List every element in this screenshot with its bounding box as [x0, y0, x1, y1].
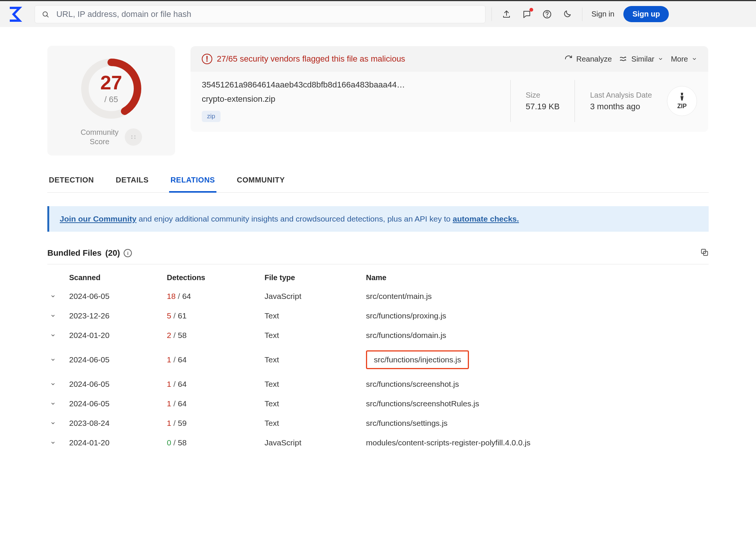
tab-details[interactable]: DETAILS	[114, 176, 150, 192]
file-path: src/functions/domain.js	[366, 331, 446, 339]
file-path: src/functions/proxing.js	[366, 311, 446, 320]
section-count: (20)	[105, 248, 120, 258]
search-icon	[40, 9, 51, 20]
score-denominator: / 65	[104, 95, 118, 104]
filetype-cell: JavaScript	[262, 433, 363, 452]
expand-chevron-icon[interactable]	[47, 413, 66, 433]
section-title-text: Bundled Files	[47, 248, 101, 258]
table-row[interactable]: 2024-06-05 1 / 64 Text src/functions/scr…	[47, 394, 709, 413]
scanned-date: 2023-12-26	[66, 306, 164, 326]
reanalyze-button[interactable]: Reanalyze	[564, 55, 612, 63]
file-tag[interactable]: zip	[202, 111, 221, 122]
expand-chevron-icon[interactable]	[47, 326, 66, 345]
col-name: Name	[363, 267, 709, 287]
divider	[582, 8, 582, 21]
detections-cell: 5 / 61	[164, 306, 262, 326]
info-header: ! 27/65 security vendors flagged this fi…	[191, 46, 708, 72]
community-score-toggle[interactable]	[125, 128, 142, 146]
bundled-files-table: Scanned Detections File type Name 2024-0…	[47, 267, 709, 452]
file-ident: 35451261a9864614aaeb43cd8bfb8d166a483baa…	[202, 80, 495, 122]
col-filetype: File type	[262, 267, 363, 287]
expand-chevron-icon[interactable]	[47, 345, 66, 374]
file-hash: 35451261a9864614aaeb43cd8bfb8d166a483baa…	[202, 80, 495, 90]
col-scanned: Scanned	[66, 267, 164, 287]
info-icon[interactable]: i	[124, 249, 132, 257]
svg-rect-12	[681, 95, 683, 95]
copy-icon[interactable]	[700, 248, 709, 258]
file-size: Size 57.19 KB	[526, 91, 560, 112]
filetype-cell: Text	[262, 413, 363, 433]
alert-icon: !	[202, 54, 212, 64]
file-name: crypto-extension.zip	[202, 94, 495, 104]
table-row[interactable]: 2024-01-20 2 / 58 Text src/functions/dom…	[47, 326, 709, 345]
search-input[interactable]	[56, 9, 480, 19]
scanned-date: 2023-08-24	[66, 413, 164, 433]
tab-community[interactable]: COMMUNITY	[235, 176, 286, 192]
scanned-date: 2024-06-05	[66, 287, 164, 306]
filetype-cell: Text	[262, 394, 363, 413]
last-analysis: Last Analysis Date 3 months ago	[590, 91, 652, 112]
score-ring: 27 / 65	[77, 55, 145, 122]
detections-cell: 1 / 64	[164, 374, 262, 394]
similar-button[interactable]: Similar	[619, 55, 663, 63]
community-banner: Join our Community and enjoy additional …	[47, 206, 709, 232]
table-row[interactable]: 2023-08-24 1 / 59 Text src/functions/set…	[47, 413, 709, 433]
signin-link[interactable]: Sign in	[591, 10, 614, 18]
svg-point-8	[134, 136, 135, 137]
detections-cell: 2 / 58	[164, 326, 262, 345]
detections-cell: 1 / 64	[164, 345, 262, 374]
tab-detection[interactable]: DETECTION	[47, 176, 95, 192]
tab-relations[interactable]: RELATIONS	[169, 176, 217, 193]
message-icon[interactable]	[521, 9, 532, 20]
file-path: src/content/main.js	[366, 292, 432, 300]
table-row[interactable]: 2024-06-05 1 / 64 Text src/functions/inj…	[47, 345, 709, 374]
divider	[510, 80, 511, 122]
table-row[interactable]: 2024-01-20 0 / 58 JavaScript modules/con…	[47, 433, 709, 452]
topbar: Sign in Sign up	[0, 0, 756, 27]
scanned-date: 2024-06-05	[66, 374, 164, 394]
bundled-files-header: Bundled Files (20) i	[47, 248, 709, 264]
filetype-cell: JavaScript	[262, 287, 363, 306]
expand-chevron-icon[interactable]	[47, 394, 66, 413]
signup-button[interactable]: Sign up	[623, 6, 669, 22]
more-button[interactable]: More	[671, 55, 697, 63]
file-path: src/functions/injections.js	[366, 350, 469, 369]
detections-cell: 1 / 59	[164, 413, 262, 433]
filetype-cell: Text	[262, 345, 363, 374]
summary-row: 27 / 65 CommunityScore ! 27/65 security …	[47, 46, 709, 155]
expand-chevron-icon[interactable]	[47, 287, 66, 306]
table-row[interactable]: 2023-12-26 5 / 61 Text src/functions/pro…	[47, 306, 709, 326]
filetype-badge: ZIP	[667, 86, 697, 116]
score-numerator: 27	[100, 73, 122, 92]
table-row[interactable]: 2024-06-05 1 / 64 Text src/functions/scr…	[47, 374, 709, 394]
search-box[interactable]	[35, 5, 485, 23]
logo[interactable]	[7, 5, 29, 23]
divider	[491, 8, 492, 21]
expand-chevron-icon[interactable]	[47, 433, 66, 452]
upload-icon[interactable]	[501, 9, 512, 20]
svg-point-9	[134, 138, 135, 139]
detections-cell: 18 / 64	[164, 287, 262, 306]
filetype-cell: Text	[262, 326, 363, 345]
expand-chevron-icon[interactable]	[47, 306, 66, 326]
expand-chevron-icon[interactable]	[47, 374, 66, 394]
automate-checks-link[interactable]: automate checks.	[453, 214, 519, 223]
theme-icon[interactable]	[562, 9, 573, 20]
detections-cell: 1 / 64	[164, 394, 262, 413]
score-card: 27 / 65 CommunityScore	[47, 46, 175, 155]
file-path: src/functions/screenshotRules.js	[366, 399, 479, 408]
join-community-link[interactable]: Join our Community	[60, 214, 136, 223]
col-detections: Detections	[164, 267, 262, 287]
topbar-actions: Sign in Sign up	[491, 6, 669, 22]
file-info-card: ! 27/65 security vendors flagged this fi…	[190, 46, 709, 155]
table-row[interactable]: 2024-06-05 18 / 64 JavaScript src/conten…	[47, 287, 709, 306]
svg-rect-10	[681, 93, 683, 94]
file-path: src/functions/screenshot.js	[366, 380, 459, 388]
svg-point-6	[131, 136, 132, 137]
community-score-label: CommunityScore	[80, 128, 118, 146]
tabs: DETECTION DETAILS RELATIONS COMMUNITY	[47, 176, 709, 193]
notification-dot	[529, 8, 533, 12]
svg-point-3	[547, 16, 547, 17]
svg-rect-11	[681, 94, 683, 95]
help-icon[interactable]	[541, 9, 553, 20]
